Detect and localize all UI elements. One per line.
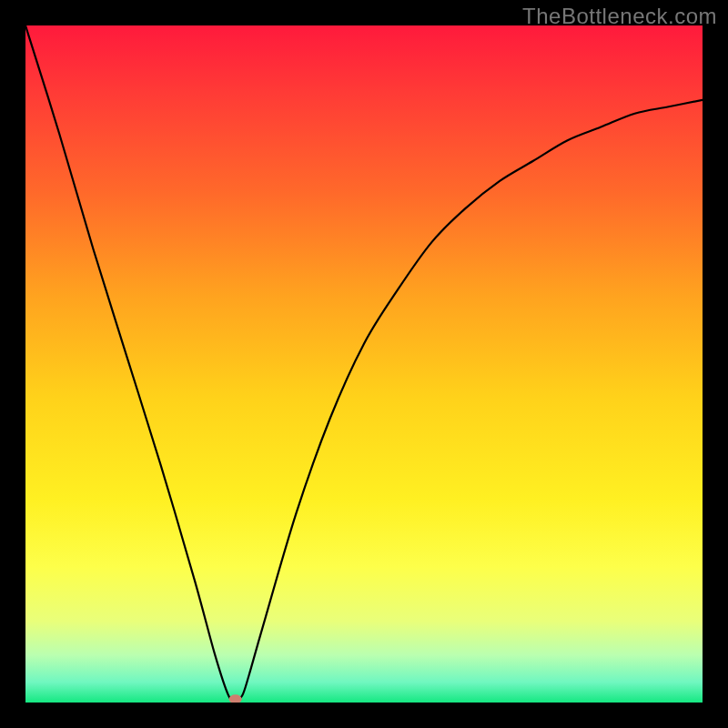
- watermark-text: TheBottleneck.com: [522, 4, 717, 29]
- chart-frame: TheBottleneck.com: [0, 0, 728, 728]
- chart-svg: [25, 25, 703, 703]
- plot-area: [25, 25, 703, 703]
